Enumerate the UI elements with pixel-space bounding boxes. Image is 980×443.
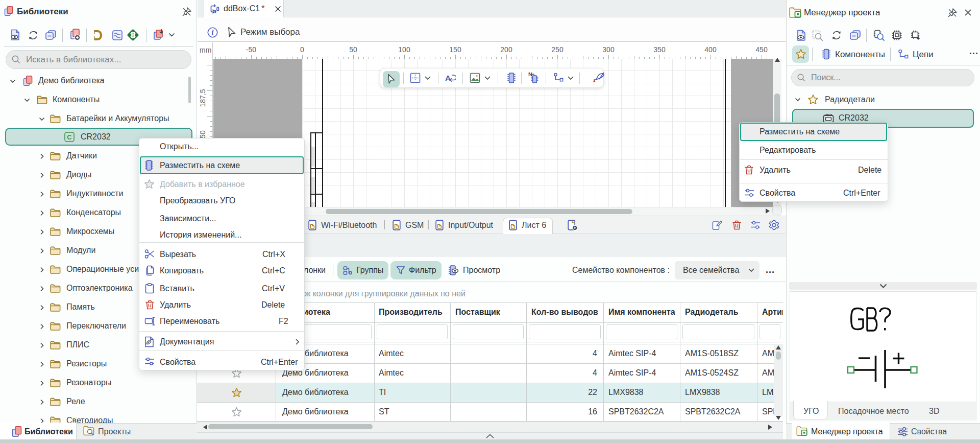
svg-text:A: A [445,74,451,82]
svg-text:i: i [212,29,214,36]
svg-text:C: C [67,133,72,141]
